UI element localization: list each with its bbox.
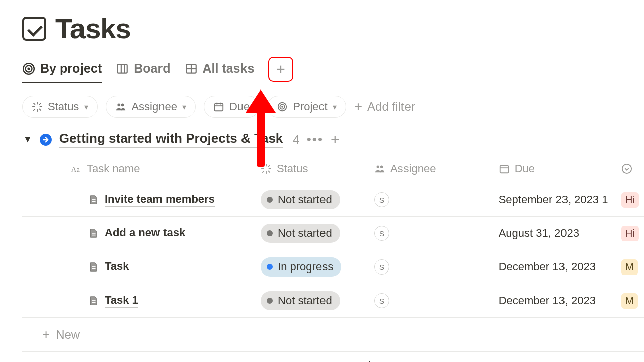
tab-label: All tasks xyxy=(203,61,255,76)
group-more-button[interactable]: ••• xyxy=(307,132,324,147)
svg-line-37 xyxy=(269,165,270,167)
svg-rect-3 xyxy=(118,64,128,73)
svg-line-33 xyxy=(269,171,270,173)
status-pill[interactable]: Not started xyxy=(261,190,340,209)
group-count: 4 xyxy=(293,133,299,147)
group-title[interactable]: Getting started with Projects & Task xyxy=(59,131,283,148)
svg-rect-21 xyxy=(215,104,223,111)
new-row-button[interactable]: + New xyxy=(22,318,644,352)
group-add-button[interactable]: + xyxy=(331,131,340,148)
svg-rect-43 xyxy=(92,199,95,200)
calendar-icon xyxy=(499,163,510,174)
table-row[interactable]: Invite team membersNot startedSSeptember… xyxy=(22,183,644,217)
plus-icon: + xyxy=(354,99,362,115)
add-view-button[interactable] xyxy=(268,57,293,82)
avatar[interactable]: S xyxy=(374,293,389,308)
svg-point-19 xyxy=(118,103,121,106)
filter-label: Assignee xyxy=(131,100,177,113)
due-cell[interactable]: December 13, 2023 xyxy=(494,284,616,318)
svg-rect-46 xyxy=(92,235,95,236)
board-icon xyxy=(116,62,129,75)
filters-bar: Status ▾ Assignee ▾ Due Project ▾ + Add … xyxy=(22,85,644,127)
status-pill[interactable]: Not started xyxy=(261,224,340,243)
svg-rect-50 xyxy=(92,302,95,303)
column-header-name[interactable]: Task name xyxy=(87,162,140,175)
filter-status[interactable]: Status ▾ xyxy=(22,96,98,118)
filter-label: Project xyxy=(293,100,327,113)
svg-rect-47 xyxy=(92,266,95,267)
status-dot-icon xyxy=(267,197,273,203)
tab-label: Board xyxy=(134,61,170,76)
page-title: Tasks xyxy=(55,12,131,45)
tab-by-project[interactable]: By project xyxy=(22,61,102,83)
due-cell[interactable]: August 31, 2023 xyxy=(494,217,616,250)
tasks-table: Aa Task name Status Assignee Due xyxy=(22,155,644,318)
status-spinner-icon xyxy=(261,163,272,174)
priority-pill[interactable]: M xyxy=(621,259,638,275)
svg-line-32 xyxy=(263,165,264,167)
priority-pill[interactable]: Hi xyxy=(621,192,639,208)
plus-icon: + xyxy=(42,327,50,342)
svg-rect-48 xyxy=(92,268,95,269)
tasks-title-icon xyxy=(22,17,46,41)
table-row[interactable]: Task 1Not startedSDecember 13, 2023M xyxy=(22,284,644,318)
svg-text:Aa: Aa xyxy=(71,165,80,173)
task-name[interactable]: Task xyxy=(105,260,129,274)
tab-all-tasks[interactable]: All tasks xyxy=(185,61,255,83)
task-name[interactable]: Add a new task xyxy=(105,226,185,240)
status-pill[interactable]: In progress xyxy=(261,257,341,277)
filter-due[interactable]: Due xyxy=(204,96,259,118)
svg-point-42 xyxy=(622,164,631,173)
group-header: ▼ Getting started with Projects & Task 4… xyxy=(22,127,644,155)
chevron-down-icon: ▾ xyxy=(333,102,337,112)
footer-value: 0/4 xyxy=(361,360,377,362)
table-row[interactable]: Add a new taskNot startedSAugust 31, 202… xyxy=(22,217,644,250)
table-row[interactable]: TaskIn progressSDecember 13, 2023M xyxy=(22,250,644,284)
avatar[interactable]: S xyxy=(374,226,389,241)
target-icon xyxy=(277,101,288,112)
tab-label: By project xyxy=(40,61,102,76)
avatar[interactable]: S xyxy=(374,192,389,207)
svg-line-14 xyxy=(40,109,41,111)
priority-pill[interactable]: Hi xyxy=(621,226,639,241)
arrow-circle-icon xyxy=(39,133,52,146)
filter-project[interactable]: Project ▾ xyxy=(267,96,346,118)
plus-icon xyxy=(275,64,286,75)
svg-point-39 xyxy=(380,166,383,169)
status-pill[interactable]: Not started xyxy=(261,291,340,310)
column-header-due[interactable]: Due xyxy=(515,162,535,175)
svg-line-36 xyxy=(263,171,264,173)
svg-rect-45 xyxy=(92,233,95,234)
add-filter-button[interactable]: + Add filter xyxy=(354,99,415,115)
table-icon xyxy=(185,62,198,75)
group-collapse-toggle[interactable]: ▼ xyxy=(23,134,32,145)
footer-label: COMPLETE xyxy=(289,360,357,362)
due-cell[interactable]: September 23, 2023 1 xyxy=(494,183,616,217)
column-header-status[interactable]: Status xyxy=(277,162,308,175)
filter-label: Status xyxy=(48,100,79,113)
due-cell[interactable]: December 13, 2023 xyxy=(494,250,616,284)
dropdown-icon xyxy=(621,163,632,174)
status-dot-icon xyxy=(267,230,273,236)
filter-label: Due xyxy=(229,100,250,113)
page-icon xyxy=(88,261,99,273)
column-header-assignee[interactable]: Assignee xyxy=(390,162,436,175)
people-icon xyxy=(115,101,126,112)
new-row-label: New xyxy=(56,328,80,342)
priority-pill[interactable]: M xyxy=(621,293,638,309)
task-name[interactable]: Task 1 xyxy=(105,294,138,308)
tab-board[interactable]: Board xyxy=(116,61,170,83)
status-spinner-icon xyxy=(32,101,43,112)
table-footer: COMPLETE 0/4 xyxy=(22,352,644,362)
svg-point-20 xyxy=(121,103,124,106)
avatar[interactable]: S xyxy=(374,259,389,275)
filter-assignee[interactable]: Assignee ▾ xyxy=(106,96,196,118)
text-icon: Aa xyxy=(70,163,82,174)
task-name[interactable]: Invite team members xyxy=(105,193,215,207)
chevron-down-icon: ▾ xyxy=(182,102,186,112)
page-icon xyxy=(88,194,99,205)
svg-rect-49 xyxy=(92,300,95,301)
view-tabs: By project Board All tasks xyxy=(22,60,644,85)
chevron-down-icon: ▾ xyxy=(84,102,88,112)
target-icon xyxy=(22,62,35,75)
